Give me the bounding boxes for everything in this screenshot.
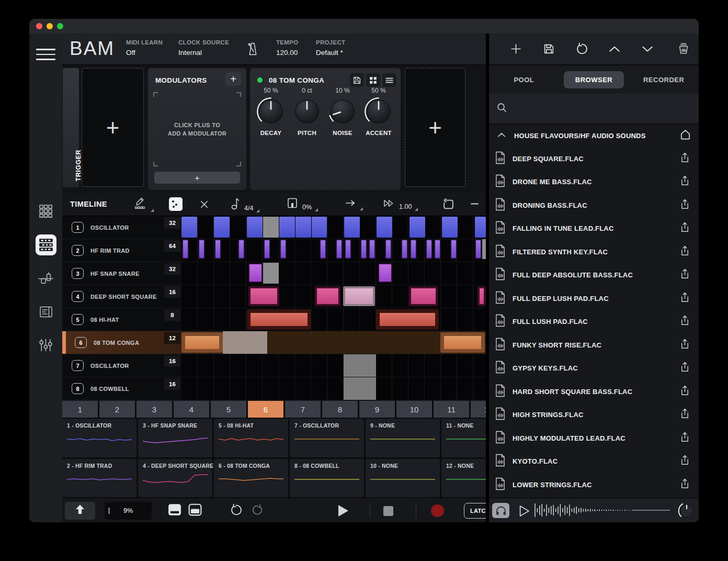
redo-button[interactable] [252,502,264,520]
pattern-block[interactable] [385,239,392,259]
collapse-button[interactable] [470,199,479,210]
sequencer-view-icon[interactable] [36,234,56,255]
track-card[interactable]: 7 - OSCILLATOR [290,419,364,457]
file-row[interactable]: DEEP SQUARE.FLAC [489,147,699,171]
file-row[interactable]: FILTERED SYNTH KEY.FLAC [489,240,699,264]
pattern-block[interactable] [345,239,351,259]
track-header-8[interactable]: 8 08 COWBELL 16 [62,377,181,400]
track-steps-count[interactable]: 16 [164,355,180,367]
export-file-icon[interactable] [679,268,691,282]
pattern-block[interactable] [247,309,311,330]
track-header-7[interactable]: 7 OSCILLATOR 16 [62,354,181,377]
pattern-block[interactable] [223,331,267,354]
export-file-icon[interactable] [679,431,691,445]
pattern-block[interactable] [295,217,311,238]
pattern-block[interactable] [336,239,343,259]
track-card[interactable]: 12 - NONE [441,459,486,498]
metronome-icon[interactable] [244,40,261,60]
pattern-block[interactable] [409,286,438,306]
pattern-block[interactable] [181,217,197,238]
instrument-menu-icon[interactable] [382,73,396,87]
file-row[interactable]: FULL LUSH PAD.FLAC [489,310,699,334]
track-steps-count[interactable]: 12 [164,332,180,344]
pattern-block[interactable] [482,239,486,259]
track-pattern-lane[interactable] [181,285,486,308]
pattern-block[interactable] [344,354,376,377]
latch-button[interactable]: LATCH [464,503,486,519]
track-card[interactable]: 10 - NONE [366,459,440,498]
undo-button[interactable] [230,502,243,520]
track-pattern-lane[interactable] [181,239,486,262]
file-row[interactable]: KYOTO.FLAC [489,450,699,474]
file-row[interactable]: FULL DEEP LUSH PAD.FLAC [489,287,699,310]
pattern-block[interactable] [376,309,439,330]
layout-full-panel-icon[interactable] [188,502,202,520]
export-file-icon[interactable] [679,338,691,352]
track-pattern-lane[interactable] [181,354,486,377]
preview-volume-knob[interactable] [677,501,697,522]
export-file-icon[interactable] [679,221,691,235]
time-signature-control[interactable]: 4/4 [231,196,259,212]
scene-button-2[interactable]: 2 [99,401,135,418]
midi-learn-value[interactable]: Off [126,49,163,57]
track-steps-count[interactable]: 64 [164,240,180,252]
track-pattern-lane[interactable] [181,216,486,239]
scene-button-1[interactable]: 1 [62,401,98,418]
pattern-block[interactable] [401,239,408,259]
file-row[interactable]: GYPSY KEYS.FLAC [489,357,699,380]
export-file-icon[interactable] [679,152,691,166]
scene-button-9[interactable]: 9 [359,401,395,418]
track-header-4[interactable]: 4 DEEP SHORT SQUARE 16 [62,285,181,308]
scene-button-6[interactable]: 6 [248,401,283,418]
pattern-block[interactable] [320,239,326,259]
export-file-icon[interactable] [679,198,691,212]
add-modulator-button[interactable]: + [225,72,241,86]
song-view-icon[interactable] [36,301,56,322]
draw-tool-button[interactable] [134,196,154,212]
pattern-block[interactable] [214,217,230,238]
export-file-icon[interactable] [679,385,691,399]
sample-trash-icon[interactable] [677,41,690,57]
pads-view-icon[interactable] [36,201,56,222]
knob-dial[interactable] [362,95,395,128]
export-file-icon[interactable] [679,291,691,306]
pattern-block[interactable] [434,239,441,259]
folder-header[interactable]: HOUSE FLAVOURS/HF AUDIO SOUNDS [489,125,699,147]
pattern-block[interactable] [238,239,245,259]
track-steps-count[interactable]: 8 [164,309,180,321]
tempo-control[interactable]: TEMPO 120.00 [276,39,298,57]
stop-button[interactable] [383,502,393,520]
modulator-add-bar[interactable]: + [154,172,240,184]
track-card[interactable]: 8 - 08 COWBELL [290,459,364,498]
pattern-block[interactable] [312,217,327,238]
record-button[interactable] [431,502,444,520]
layout-bottom-panel-icon[interactable] [168,502,181,520]
knob-dial[interactable] [326,95,359,128]
save-preset-icon[interactable] [350,73,364,87]
file-row[interactable]: FALLING IN TUNE LEAD.FLAC [489,217,699,241]
pattern-block[interactable] [426,239,433,259]
file-row[interactable]: FULL DEEP ABSOLUTE BASS.FLAC [489,264,699,287]
track-steps-count[interactable]: 32 [164,263,180,275]
file-row[interactable]: LOWER STRINGS.FLAC [489,473,699,497]
pattern-block[interactable] [477,286,486,306]
export-file-icon[interactable] [679,361,691,375]
add-instrument-slot[interactable]: + [405,68,465,187]
track-card[interactable]: 9 - NONE [366,419,440,457]
track-steps-count[interactable]: 32 [164,217,180,229]
pattern-block[interactable] [280,239,287,259]
pattern-block[interactable] [442,217,458,238]
knob-dial[interactable] [291,95,323,128]
knob-pitch[interactable]: 0 ct PITCH [291,87,323,136]
clear-button[interactable] [199,199,209,211]
chevron-up-icon[interactable] [608,42,621,56]
pattern-block[interactable] [181,332,223,353]
project-value[interactable]: Default * [316,49,345,57]
file-row[interactable]: HIGHLY MODULATED LEAD.FLAC [489,427,699,450]
file-row[interactable]: DRONE ME BASS.FLAC [489,171,699,194]
track-header-6[interactable]: 6 08 TOM CONGA 12 [62,331,181,354]
clock-source-control[interactable]: CLOCK SOURCE Internal [178,39,229,57]
zoom-level-display[interactable]: 9% [105,502,152,520]
close-window-button[interactable] [36,23,42,29]
export-file-icon[interactable] [679,245,691,259]
